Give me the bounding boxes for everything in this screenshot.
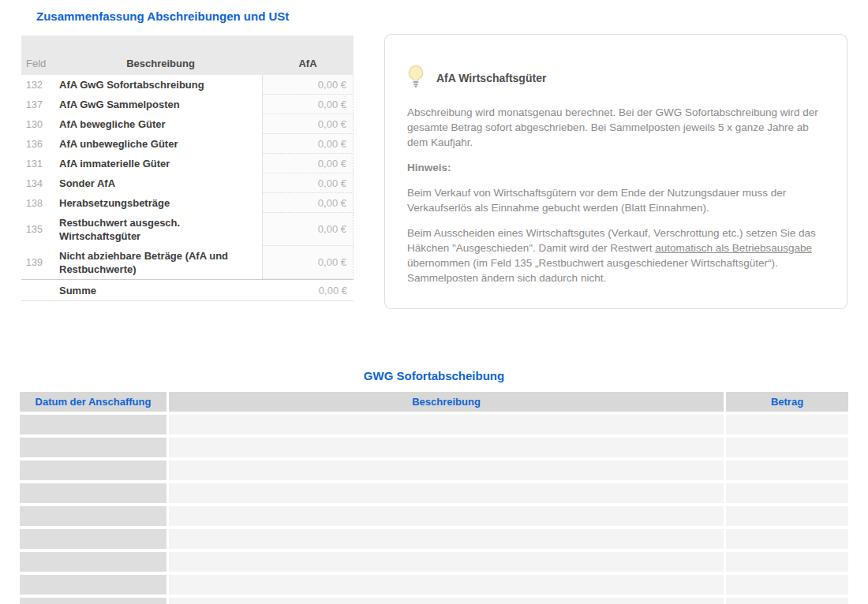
summary-table-row: 139Nicht abziehbare Beträge (AfA und Res… [21,246,354,279]
info-panel: AfA Wirtschaftsgüter Abschreibung wird m… [384,34,847,309]
field-number: 134 [21,173,59,193]
field-number: 131 [21,154,59,173]
summary-table-row: 135Restbuchwert ausgesch. Wirtschaftsgüt… [21,213,354,246]
gwg-description-cell[interactable] [169,483,724,503]
summary-total-row: Summe 0,00 € [21,279,354,301]
field-number: 135 [21,213,59,246]
gwg-amount-cell[interactable] [726,438,848,457]
gwg-table-body [20,415,848,604]
info-paragraph-1: Abschreibung wird monatsgenau berechnet.… [407,105,823,150]
row-description: Herabsetzungsbeträge [59,193,262,213]
gwg-section-title: GWG Sofortabscheibung [0,369,868,382]
gwg-amount-cell[interactable] [726,529,848,549]
afa-value-cell[interactable]: 0,00 € [262,95,354,114]
afa-value-cell[interactable]: 0,00 € [262,75,354,95]
summary-section-title: Zusammenfassung Abschreibungen und USt [36,9,289,23]
afa-value-cell[interactable]: 0,00 € [262,173,354,193]
summary-table: Feld Beschreibung AfA 132AfA GwG Soforta… [21,35,354,301]
afa-value-cell[interactable]: 0,00 € [262,213,354,246]
gwg-table-row [20,575,848,595]
afa-value-cell[interactable]: 0,00 € [262,193,354,213]
info-paragraph-3: Beim Ausscheiden eines Wirtschaftsgutes … [407,226,823,285]
gwg-amount-cell[interactable] [726,552,848,572]
gwg-date-cell[interactable] [20,506,166,526]
info-paragraph-2: Beim Verkauf von Wirtschaftsgütern vor d… [407,185,823,215]
gwg-description-cell[interactable] [169,552,724,572]
gwg-description-cell[interactable] [169,529,724,549]
total-label: Summe [59,285,262,296]
total-value: 0,00 € [262,285,354,296]
lightbulb-icon [407,65,425,91]
field-number: 130 [21,114,59,134]
gwg-date-cell[interactable] [20,483,166,503]
gwg-table-row [20,438,848,457]
summary-table-row: 131AfA immaterielle Güter0,00 € [21,154,354,173]
row-description: AfA GwG Sofortabschreibung [59,75,262,95]
summary-table-row: 136AfA unbewegliche Güter0,00 € [21,134,354,154]
summary-table-row: 134Sonder AfA0,00 € [21,173,354,193]
gwg-date-cell[interactable] [20,460,166,480]
gwg-table-row [20,552,848,572]
gwg-amount-cell[interactable] [726,460,848,480]
info-panel-title: AfA Wirtschaftsgüter [436,72,546,84]
gwg-table-row [20,460,848,480]
gwg-table-row [20,415,848,434]
gwg-amount-cell[interactable] [726,483,848,503]
gwg-description-cell[interactable] [169,438,724,457]
afa-value-cell[interactable]: 0,00 € [262,134,354,154]
summary-table-row: 132AfA GwG Sofortabschreibung0,00 € [21,75,354,95]
info-paragraph-3-underlined: automatisch als Betriebsausgabe [655,242,812,254]
field-number: 138 [21,193,59,213]
row-description: Sonder AfA [59,173,262,193]
field-number: 137 [21,95,59,114]
gwg-column-header-betrag: Betrag [726,392,848,412]
summary-table-row: 130AfA bewegliche Güter0,00 € [21,114,354,134]
summary-table-body: 132AfA GwG Sofortabschreibung0,00 €137Af… [21,75,354,279]
gwg-column-header-date: Datum der Anschaffung [20,392,166,412]
info-panel-title-row: AfA Wirtschaftsgüter [407,65,823,91]
field-number: 139 [21,246,59,279]
row-description: Nicht abziehbare Beträge (AfA und Restbu… [59,246,262,279]
gwg-amount-cell[interactable] [726,506,848,526]
gwg-table-row [20,529,848,549]
gwg-date-cell[interactable] [20,575,166,595]
row-description: Restbuchwert ausgesch. Wirtschaftsgüter [59,213,262,246]
gwg-column-header-beschreibung: Beschreibung [169,392,724,412]
row-description: AfA unbewegliche Güter [59,134,262,154]
gwg-date-cell[interactable] [20,552,166,572]
gwg-description-cell[interactable] [169,506,724,526]
summary-table-row: 137AfA GwG Sammelposten0,00 € [21,95,354,114]
gwg-date-cell[interactable] [20,438,166,457]
row-description: AfA immaterielle Güter [59,154,262,173]
gwg-table-row [20,506,848,526]
gwg-description-cell[interactable] [169,415,724,434]
gwg-description-cell[interactable] [169,460,724,480]
gwg-table-header: Datum der Anschaffung Beschreibung Betra… [20,392,848,412]
gwg-amount-cell[interactable] [726,415,848,434]
row-description: AfA GwG Sammelposten [59,95,262,114]
afa-value-cell[interactable]: 0,00 € [262,246,354,279]
column-header-beschreibung: Beschreibung [59,58,262,69]
gwg-table: Datum der Anschaffung Beschreibung Betra… [20,392,848,604]
column-header-afa: AfA [262,58,354,69]
gwg-description-cell[interactable] [169,598,724,604]
info-paragraph-3-part2: übernommen (im Feld 135 „Restbuchwert au… [407,257,778,284]
summary-table-header: Feld Beschreibung AfA [21,35,354,75]
gwg-amount-cell[interactable] [726,575,848,595]
gwg-table-row [20,483,848,503]
gwg-table-row [20,598,848,604]
afa-value-cell[interactable]: 0,00 € [262,154,354,173]
gwg-date-cell[interactable] [20,598,166,604]
gwg-date-cell[interactable] [20,529,166,549]
afa-value-cell[interactable]: 0,00 € [262,114,354,134]
gwg-description-cell[interactable] [169,575,724,595]
info-hinweis-label: Hinweis: [407,160,823,175]
field-number: 132 [21,75,59,95]
gwg-amount-cell[interactable] [726,598,848,604]
field-number: 136 [21,134,59,154]
row-description: AfA bewegliche Güter [59,114,262,134]
summary-table-row: 138Herabsetzungsbeträge0,00 € [21,193,354,213]
column-header-feld: Feld [21,58,59,69]
gwg-date-cell[interactable] [20,415,166,434]
